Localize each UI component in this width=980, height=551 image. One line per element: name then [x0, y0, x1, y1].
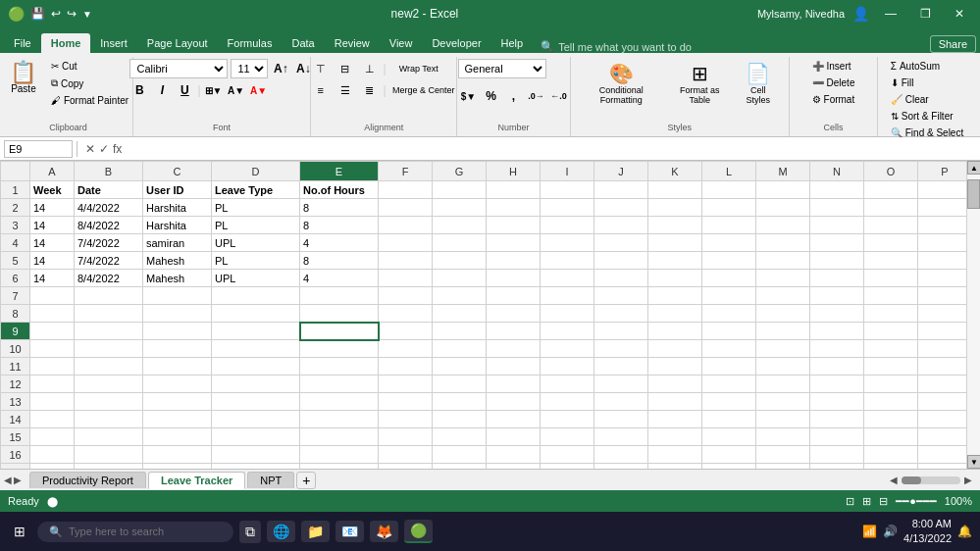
scroll-area[interactable]: A B C D E F G H I J K L M: [0, 161, 966, 469]
zoom-slider[interactable]: ━━●━━━: [896, 495, 937, 508]
cell-F5[interactable]: [379, 252, 433, 270]
cell-empty[interactable]: [756, 393, 810, 411]
cell-H1[interactable]: [487, 181, 541, 199]
row-number[interactable]: 8: [1, 305, 30, 323]
cell-C11[interactable]: [143, 358, 212, 376]
cell-empty[interactable]: [810, 199, 864, 217]
cell-J3[interactable]: [594, 217, 648, 234]
cell-empty[interactable]: [702, 446, 756, 464]
cell-empty[interactable]: [810, 428, 864, 446]
cell-E6[interactable]: 4: [300, 270, 379, 287]
cell-B10[interactable]: [75, 340, 143, 358]
cell-E15[interactable]: [300, 428, 379, 446]
col-header-A[interactable]: A: [30, 162, 75, 181]
col-header-B[interactable]: B: [75, 162, 143, 181]
taskbar-app-outlook[interactable]: 📧: [335, 521, 364, 542]
cell-B13[interactable]: [75, 393, 143, 411]
col-header-E[interactable]: E: [300, 162, 379, 181]
cell-G17[interactable]: [433, 464, 487, 470]
cell-empty[interactable]: [702, 393, 756, 411]
confirm-formula-icon[interactable]: ✓: [99, 142, 109, 156]
align-center-button[interactable]: ☰: [335, 80, 356, 100]
tab-data[interactable]: Data: [282, 33, 324, 53]
cell-H3[interactable]: [487, 217, 541, 234]
cell-F4[interactable]: [379, 234, 433, 252]
cell-empty[interactable]: [918, 217, 967, 234]
cell-A1[interactable]: Week: [30, 181, 75, 199]
underline-button[interactable]: U: [175, 80, 194, 100]
cell-B5[interactable]: 7/4/2022: [75, 252, 143, 270]
cell-C5[interactable]: Mahesh: [143, 252, 212, 270]
cell-H11[interactable]: [487, 358, 541, 376]
cell-D13[interactable]: [212, 393, 300, 411]
cell-B16[interactable]: [75, 446, 143, 464]
cell-D4[interactable]: UPL: [212, 234, 300, 252]
cell-B8[interactable]: [75, 305, 143, 323]
align-middle-button[interactable]: ⊟: [335, 59, 356, 78]
cell-empty[interactable]: [756, 305, 810, 323]
cell-empty[interactable]: [648, 234, 702, 252]
cell-empty[interactable]: [702, 234, 756, 252]
cell-D9[interactable]: [212, 323, 300, 340]
cell-empty[interactable]: [702, 252, 756, 270]
cell-G11[interactable]: [433, 358, 487, 376]
cell-I6[interactable]: [541, 270, 594, 287]
cell-A8[interactable]: [30, 305, 75, 323]
cancel-formula-icon[interactable]: ✕: [85, 142, 95, 156]
cell-empty[interactable]: [810, 358, 864, 376]
name-box[interactable]: [4, 140, 73, 158]
cell-empty[interactable]: [756, 411, 810, 428]
cell-J14[interactable]: [594, 411, 648, 428]
cell-empty[interactable]: [918, 358, 967, 376]
border-button[interactable]: ⊞▼: [204, 80, 224, 100]
fill-color-button[interactable]: A▼: [227, 80, 246, 100]
cell-D12[interactable]: [212, 376, 300, 393]
cell-H14[interactable]: [487, 411, 541, 428]
cell-F15[interactable]: [379, 428, 433, 446]
cell-E9[interactable]: [300, 323, 379, 340]
cell-H16[interactable]: [487, 446, 541, 464]
cell-empty[interactable]: [864, 234, 918, 252]
cell-empty[interactable]: [918, 270, 967, 287]
cell-B9[interactable]: [75, 323, 143, 340]
bold-button[interactable]: B: [129, 80, 149, 100]
cell-empty[interactable]: [864, 323, 918, 340]
cell-empty[interactable]: [810, 252, 864, 270]
cell-A2[interactable]: 14: [30, 199, 75, 217]
cell-H5[interactable]: [487, 252, 541, 270]
cell-A9[interactable]: [30, 323, 75, 340]
cell-empty[interactable]: [864, 181, 918, 199]
cell-F13[interactable]: [379, 393, 433, 411]
cell-styles-button[interactable]: 📄 Cell Styles: [736, 59, 781, 108]
cell-J10[interactable]: [594, 340, 648, 358]
wrap-text-button[interactable]: Wrap Text: [389, 59, 448, 78]
minimize-button[interactable]: —: [877, 5, 904, 23]
cell-A12[interactable]: [30, 376, 75, 393]
normal-view-button[interactable]: ⊡: [846, 495, 854, 508]
cell-empty[interactable]: [756, 199, 810, 217]
cell-D2[interactable]: PL: [212, 199, 300, 217]
sort-filter-button[interactable]: ⇅ Sort & Filter: [887, 109, 967, 124]
cell-A3[interactable]: 14: [30, 217, 75, 234]
cell-C6[interactable]: Mahesh: [143, 270, 212, 287]
cell-empty[interactable]: [702, 181, 756, 199]
cell-G3[interactable]: [433, 217, 487, 234]
cell-empty[interactable]: [810, 323, 864, 340]
tab-file[interactable]: File: [4, 33, 41, 53]
cell-C17[interactable]: [143, 464, 212, 470]
cell-G9[interactable]: [433, 323, 487, 340]
cell-empty[interactable]: [756, 252, 810, 270]
cell-empty[interactable]: [864, 358, 918, 376]
cell-C3[interactable]: Harshita: [143, 217, 212, 234]
row-number[interactable]: 12: [1, 376, 30, 393]
tab-insert[interactable]: Insert: [90, 33, 137, 53]
cell-A17[interactable]: [30, 464, 75, 470]
increase-font-button[interactable]: A↑: [271, 59, 290, 78]
cut-button[interactable]: ✂ Cut: [47, 59, 132, 74]
cell-C9[interactable]: [143, 323, 212, 340]
cell-empty[interactable]: [864, 464, 918, 470]
cell-empty[interactable]: [702, 287, 756, 305]
taskbar-app-excel[interactable]: 🟢: [404, 520, 433, 543]
taskbar-search-box[interactable]: 🔍: [37, 522, 233, 542]
row-number[interactable]: 10: [1, 340, 30, 358]
